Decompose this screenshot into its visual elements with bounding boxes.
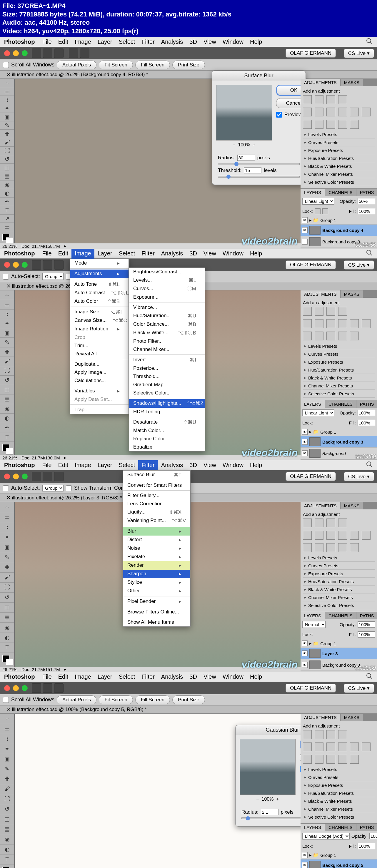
move-tool[interactable]: ↔ — [0, 79, 14, 87]
actual-pixels-button[interactable]: Actual Pixels — [57, 61, 96, 69]
adj-replace[interactable]: Replace Color... — [129, 435, 205, 443]
app-name[interactable]: Photoshop — [0, 250, 39, 257]
autoselect-target[interactable]: Group — [42, 273, 63, 280]
app-name[interactable]: Photoshop — [0, 38, 39, 45]
blend-mode-select[interactable]: Linear Light — [302, 409, 335, 416]
menu-reveal[interactable]: Reveal All — [70, 350, 128, 358]
menu-apply[interactable]: Apply Image... — [70, 368, 128, 376]
crop-tool[interactable]: ▣ — [0, 113, 14, 121]
levels-icon[interactable] — [315, 95, 323, 104]
menu-vars[interactable]: Variables▸ — [70, 387, 128, 395]
menu-filter[interactable]: Filter — [138, 37, 157, 47]
menu-autotone[interactable]: Auto Tone⇧⌘L — [70, 280, 128, 289]
close-light[interactable] — [4, 262, 10, 268]
spotlight-icon[interactable] — [366, 461, 373, 469]
cm-icon[interactable] — [362, 107, 371, 116]
menu-calc[interactable]: Calculations... — [70, 376, 128, 385]
preset-cm[interactable]: ▸Channel Mixer Presets — [303, 170, 375, 178]
threshold-slider[interactable] — [218, 176, 300, 178]
filter-pb[interactable]: Pixel Bender▸ — [123, 597, 190, 606]
menu-edit[interactable]: Edit — [55, 249, 71, 259]
curves-icon[interactable] — [326, 95, 335, 104]
zoom-out-icon[interactable]: − — [233, 142, 235, 147]
adjustments-tab[interactable]: ADJUSTMENTS — [300, 79, 341, 86]
adj-gm[interactable]: Gradient Map... — [129, 381, 205, 389]
preview-checkbox[interactable] — [276, 112, 282, 118]
history-tool[interactable]: ↺ — [0, 155, 14, 164]
color-swatches[interactable] — [1, 443, 13, 454]
move-tool[interactable]: ↔ — [0, 290, 14, 300]
opacity-input[interactable] — [357, 410, 375, 416]
menu-mode[interactable]: Mode▸ — [70, 259, 128, 268]
minimize-light[interactable] — [13, 50, 19, 56]
brightness-icon[interactable] — [303, 95, 312, 104]
menu-3d[interactable]: 3D — [186, 37, 200, 47]
filter-gallery[interactable]: Filter Gallery... — [123, 492, 190, 500]
masks-tab[interactable]: MASKS — [341, 290, 364, 298]
filter-csf[interactable]: Convert for Smart Filters — [123, 481, 190, 489]
blur-tool[interactable]: ◉ — [0, 181, 14, 189]
minimize-light[interactable] — [13, 262, 19, 268]
channels-tab[interactable]: CHANNELS — [325, 189, 356, 196]
fill-input[interactable] — [357, 208, 375, 214]
autoselect-checkbox[interactable] — [3, 274, 9, 280]
shape-tool[interactable]: ▭ — [0, 223, 14, 231]
gradient-tool[interactable]: ▤ — [0, 172, 14, 181]
user-name[interactable]: OLAF GIERMANN — [286, 260, 336, 269]
layer-bgcopy4[interactable]: 👁Background copy 4 — [300, 224, 377, 236]
menu-image[interactable]: Image — [71, 249, 94, 259]
blur-preview[interactable] — [240, 739, 295, 795]
adj-exposure[interactable]: Exposure... — [129, 293, 205, 301]
filter-distort[interactable]: Distort▸ — [123, 535, 190, 544]
threshold-input[interactable] — [244, 167, 261, 174]
zoom-in-icon[interactable]: + — [276, 797, 279, 802]
hand-icon[interactable] — [69, 49, 78, 58]
marquee-tool[interactable]: ▭ — [0, 87, 14, 96]
filter-vp[interactable]: Vanishing Point...⌥⌘V — [123, 517, 190, 525]
zoom-out-icon[interactable]: − — [256, 797, 259, 802]
menu-canvsize[interactable]: Canvas Size...⌥⌘C — [70, 316, 128, 325]
filter-last[interactable]: Surface Blur⌘F — [123, 471, 190, 479]
menu-filter[interactable]: Filter — [138, 249, 157, 259]
blur-preview[interactable] — [216, 85, 272, 141]
filter-render[interactable]: Render▸ — [123, 561, 190, 570]
adj-vibrance[interactable]: Vibrance... — [129, 303, 205, 312]
menu-select[interactable]: Select — [116, 249, 139, 259]
pen-tool[interactable]: ✒ — [0, 197, 14, 206]
filter-liquify[interactable]: Liquify...⇧⌘X — [123, 508, 190, 517]
menu-layer[interactable]: Layer — [94, 249, 116, 259]
spotlight-icon[interactable] — [366, 249, 373, 258]
scroll-all-checkbox[interactable] — [3, 62, 9, 68]
menu-duplicate[interactable]: Duplicate... — [70, 360, 128, 368]
menu-analysis[interactable]: Analysis — [158, 37, 186, 47]
hue-icon[interactable] — [315, 107, 323, 116]
dodge-tool[interactable]: ◐ — [0, 189, 14, 197]
layers-tab[interactable]: LAYERS — [300, 189, 325, 196]
menu-imgsize[interactable]: Image Size...⌥⌘I — [70, 308, 128, 316]
visibility-icon[interactable] — [302, 239, 308, 245]
menu-file[interactable]: File — [39, 249, 55, 259]
spotlight-icon[interactable] — [366, 673, 373, 681]
layer-group1[interactable]: 👁▸ 📁 Group 1 — [300, 428, 377, 436]
menu-help[interactable]: Help — [247, 37, 265, 47]
cb-icon[interactable] — [326, 107, 335, 116]
eyedropper-tool[interactable]: ✎ — [0, 121, 14, 130]
layer-bgcopy3[interactable]: 👁Background copy 3 — [300, 436, 377, 448]
preset-sc[interactable]: ▸Selective Color Presets — [303, 178, 375, 186]
lock-position-icon[interactable] — [322, 208, 328, 214]
preset-exposure[interactable]: ▸Exposure Presets — [303, 146, 375, 154]
type-tool[interactable]: T — [0, 206, 14, 215]
filter-showall[interactable]: Show All Menu Items — [123, 618, 190, 626]
radius-slider[interactable] — [218, 163, 300, 165]
fill-input[interactable] — [357, 420, 375, 426]
adj-cm[interactable]: Channel Mixer... — [129, 345, 205, 353]
mb-icon[interactable] — [54, 49, 63, 58]
color-swatches[interactable] — [1, 232, 13, 242]
menu-view[interactable]: View — [200, 37, 220, 47]
masks-tab[interactable]: MASKS — [341, 79, 364, 86]
menu-adjustments[interactable]: Adjustments▸ — [70, 270, 128, 278]
mb-icon[interactable] — [54, 260, 63, 270]
visibility-icon[interactable]: 👁 — [302, 217, 308, 223]
adj-bw[interactable]: Black & White...⌥⇧⌘B — [129, 329, 205, 337]
preset-hue[interactable]: ▸Hue/Saturation Presets — [303, 154, 375, 162]
